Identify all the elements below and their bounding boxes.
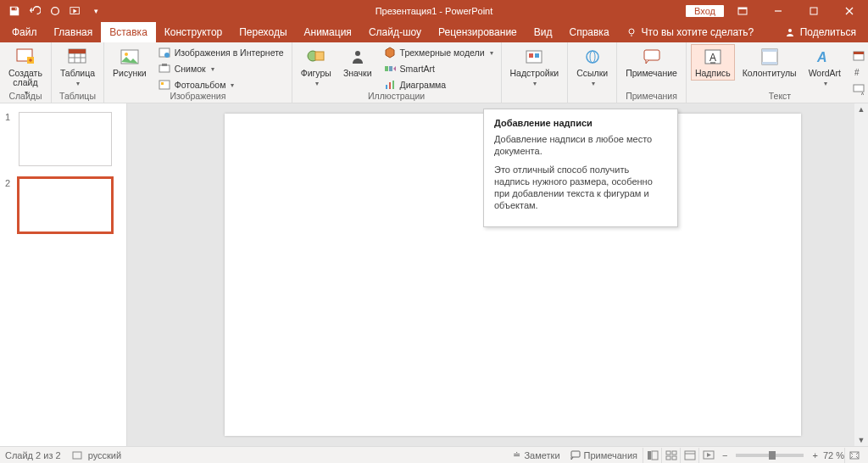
slideshow-view-button[interactable] — [698, 448, 717, 463]
svg-rect-59 — [672, 451, 676, 455]
svg-rect-61 — [672, 456, 676, 460]
chevron-down-icon: ▾ — [590, 80, 595, 87]
svg-rect-27 — [161, 82, 164, 85]
save-icon[interactable] — [5, 2, 24, 20]
screenshot-button[interactable]: Снимок▾ — [155, 61, 287, 76]
ribbon-display-options-icon[interactable] — [726, 0, 760, 22]
redo-icon[interactable] — [46, 2, 64, 20]
tab-transitions[interactable]: Переходы — [231, 22, 295, 42]
undo-icon[interactable] — [25, 2, 44, 20]
fit-to-window-button[interactable] — [844, 448, 863, 463]
svg-rect-36 — [526, 51, 542, 63]
slide-canvas-area[interactable]: Добавление надписи Добавление надписи в … — [127, 103, 854, 446]
date-time-button[interactable] — [849, 48, 868, 64]
comment-label: Примечание — [626, 69, 677, 78]
screenshot-icon — [158, 62, 171, 75]
smartart-label: SmartArt — [400, 64, 435, 74]
svg-rect-60 — [666, 456, 670, 460]
3d-models-button[interactable]: Трехмерные модели▾ — [381, 45, 496, 60]
svg-point-39 — [587, 51, 598, 63]
wordart-label: WordArt — [809, 69, 841, 78]
tab-review[interactable]: Рецензирование — [430, 22, 526, 42]
qat-customize-icon[interactable]: ▾ — [86, 2, 105, 20]
lightbulb-icon — [626, 27, 637, 37]
pictures-button[interactable]: Рисунки — [109, 45, 150, 80]
comments-button[interactable]: Примечания — [565, 450, 643, 460]
wordart-icon: A — [813, 47, 837, 67]
reading-view-button[interactable] — [680, 448, 698, 463]
addins-button[interactable]: Надстройки ▾ — [507, 45, 563, 89]
start-from-beginning-icon[interactable] — [66, 2, 85, 20]
comment-button[interactable]: Примечание — [622, 45, 681, 80]
zoom-percentage[interactable]: 72 % — [823, 450, 844, 460]
zoom-slider[interactable] — [736, 454, 804, 457]
shapes-button[interactable]: Фигуры ▾ — [298, 45, 335, 89]
svg-rect-4 — [810, 8, 817, 14]
svg-rect-37 — [529, 53, 533, 58]
slide-thumbnail-1[interactable]: 1 — [5, 112, 121, 166]
icons-icon — [346, 47, 370, 67]
tab-design[interactable]: Конструктор — [156, 22, 231, 42]
chevron-down-icon: ▾ — [314, 80, 319, 87]
shapes-label: Фигуры — [301, 69, 331, 78]
share-label: Поделиться — [800, 26, 856, 38]
minimize-icon[interactable] — [761, 0, 795, 22]
zoom-in-button[interactable]: + — [807, 450, 822, 460]
svg-rect-29 — [315, 52, 324, 60]
zoom-slider-thumb[interactable] — [769, 451, 776, 460]
header-footer-button[interactable]: Колонтитулы — [739, 45, 800, 80]
svg-rect-58 — [666, 451, 670, 455]
chart-label: Диаграмма — [400, 80, 447, 90]
group-tables-label: Таблицы — [59, 91, 96, 103]
slide-thumbnail-panel[interactable]: 1 2 — [0, 103, 127, 446]
slide-number: 1 — [5, 112, 14, 166]
links-button[interactable]: Ссылки ▾ — [573, 45, 611, 89]
tab-home[interactable]: Главная — [46, 22, 102, 42]
person-icon — [785, 27, 795, 37]
scroll-down-icon[interactable]: ▼ — [858, 436, 865, 444]
close-icon[interactable] — [832, 0, 866, 22]
online-pictures-button[interactable]: Изображения в Интернете — [155, 45, 287, 60]
slide-sorter-view-button[interactable] — [661, 448, 680, 463]
tab-insert[interactable]: Вставка — [101, 22, 156, 42]
tab-slideshow[interactable]: Слайд-шоу — [360, 22, 430, 42]
table-button[interactable]: Таблица ▾ — [57, 45, 98, 89]
icons-button[interactable]: Значки — [340, 45, 376, 80]
tell-me-search[interactable]: Что вы хотите сделать? — [618, 22, 763, 42]
svg-rect-38 — [535, 53, 539, 58]
svg-rect-26 — [159, 81, 170, 89]
svg-point-30 — [355, 51, 360, 56]
share-button[interactable]: Поделиться — [773, 22, 868, 42]
new-slide-label: Создать слайд — [8, 69, 42, 87]
spellcheck-icon[interactable] — [71, 449, 83, 461]
vertical-scrollbar[interactable]: ▲ ▼ — [854, 103, 868, 446]
normal-view-button[interactable] — [643, 448, 661, 463]
notes-label: Заметки — [524, 450, 559, 460]
textbox-button[interactable]: A Надпись — [692, 45, 734, 80]
notes-button[interactable]: ≐ Заметки — [508, 449, 565, 460]
wordart-button[interactable]: A WordArt ▾ — [805, 45, 844, 89]
maximize-icon[interactable] — [797, 0, 831, 22]
svg-rect-56 — [648, 451, 651, 460]
link-icon — [581, 47, 604, 67]
new-slide-icon — [14, 47, 37, 67]
object-button[interactable] — [849, 81, 868, 96]
group-text-label: Текст — [769, 91, 791, 103]
document-title: Презентация1 - PowerPoint — [376, 6, 493, 16]
smartart-button[interactable]: SmartArt — [381, 61, 496, 76]
tab-file[interactable]: Файл — [3, 22, 46, 42]
language-indicator[interactable]: русский — [88, 450, 121, 460]
slide-thumbnail-2[interactable]: 2 — [5, 178, 121, 232]
svg-rect-19 — [69, 49, 86, 53]
scroll-up-icon[interactable]: ▲ — [858, 105, 865, 114]
zoom-out-button[interactable]: − — [717, 450, 732, 460]
collapse-ribbon-icon[interactable]: ˄ — [860, 92, 865, 101]
textbox-label: Надпись — [695, 69, 731, 78]
tab-help[interactable]: Справка — [560, 22, 617, 42]
svg-rect-50 — [854, 52, 864, 54]
tab-animations[interactable]: Анимация — [296, 22, 360, 42]
sign-in-button[interactable]: Вход — [686, 5, 724, 17]
photo-album-icon — [158, 78, 171, 92]
slide-number-button[interactable]: # — [849, 64, 868, 80]
tab-view[interactable]: Вид — [526, 22, 561, 42]
